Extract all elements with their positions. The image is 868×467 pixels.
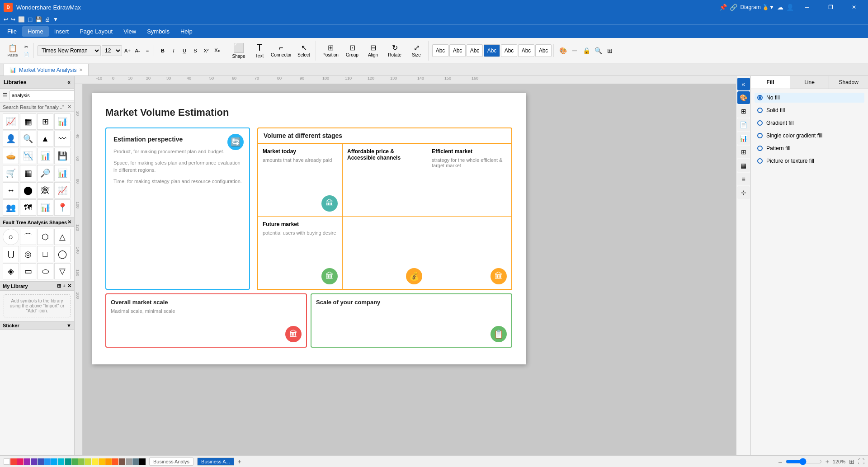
shape-bar2[interactable]: ▦ [20, 165, 36, 181]
shape-chart3[interactable]: 📊 [37, 199, 53, 216]
undo-button[interactable]: ↩ [4, 16, 8, 23]
shape-user-flow[interactable]: 👥 [3, 199, 19, 216]
shadow-tab[interactable]: Shadow [829, 76, 868, 89]
layers-button[interactable]: ⊞ [737, 105, 750, 118]
group-button[interactable]: ⊡ Group [342, 41, 362, 61]
search-button[interactable]: 🔍 [593, 45, 604, 56]
redo-button[interactable]: ↪ [11, 16, 15, 23]
color-blue-grey[interactable] [132, 458, 139, 465]
font-name-select[interactable]: Times New Roman [38, 45, 101, 56]
fill-tab[interactable]: Fill [751, 76, 790, 89]
connector-button[interactable]: ⌐ Connector [269, 41, 293, 61]
fault-tree-close[interactable]: ✕ [67, 219, 71, 225]
fault-tree-header[interactable]: Fault Tree Analysis Shapes ✕ [0, 217, 74, 227]
superscript-button[interactable]: X² [201, 46, 211, 56]
shape-pie[interactable]: 🥧 [3, 148, 19, 164]
menu-help[interactable]: Help [175, 26, 198, 37]
style-abc-7[interactable]: Abc [535, 44, 552, 57]
qat-more-button[interactable]: ▼ [53, 16, 58, 23]
canvas[interactable]: Market Volume Estimation Estimation pers… [83, 84, 736, 455]
zoom-slider[interactable] [786, 458, 822, 465]
open-button[interactable]: ◫ [28, 16, 33, 23]
shape-search2[interactable]: 🔎 [37, 165, 53, 181]
color-indigo[interactable] [38, 458, 44, 465]
ft-circle[interactable]: ○ [3, 229, 19, 245]
color-red[interactable] [10, 458, 17, 465]
fill-solid[interactable]: Solid fill [755, 105, 864, 115]
add-sheet-button[interactable]: + [238, 458, 241, 465]
shape-map[interactable]: 🗺 [20, 199, 36, 216]
ft-oval-top[interactable]: ⌒ [20, 229, 36, 245]
color-white[interactable] [4, 458, 10, 465]
color-cyan[interactable] [58, 458, 64, 465]
share-icon[interactable]: 🔗 [730, 4, 737, 11]
cut-button[interactable]: ✂ [21, 43, 32, 50]
color-pink[interactable] [17, 458, 24, 465]
fill-panel-button[interactable]: 🎨 [737, 91, 750, 104]
ft-rounded-rect[interactable]: ▭ [20, 263, 36, 279]
shape-bar-chart[interactable]: 📊 [37, 148, 53, 164]
diagram-tab[interactable]: 📊 Market Volume Analysis ✕ [4, 64, 89, 75]
color-grey[interactable] [126, 458, 132, 465]
my-library-new[interactable]: ⊞ [57, 283, 61, 289]
ft-triangle[interactable]: △ [54, 229, 71, 245]
menu-insert[interactable]: Insert [49, 26, 75, 37]
search-input[interactable] [9, 90, 75, 100]
my-library-header[interactable]: My Library ⊞ + ✕ [0, 281, 74, 291]
new-button[interactable]: ⬜ [18, 16, 25, 23]
shape-area-chart[interactable]: 📉 [20, 148, 36, 164]
shape-network[interactable]: 🕸 [37, 182, 53, 198]
style-abc-6[interactable]: Abc [518, 44, 534, 57]
shape-location[interactable]: 📍 [54, 199, 71, 216]
my-library-add[interactable]: + [63, 283, 66, 289]
lock-button[interactable]: 🔒 [581, 45, 592, 56]
my-library-close[interactable]: ✕ [67, 283, 71, 289]
ft-diamond-round[interactable]: ◎ [20, 246, 36, 262]
pin-icon[interactable]: 📌 [719, 4, 727, 11]
color-orange[interactable] [105, 458, 112, 465]
menu-page-layout[interactable]: Page Layout [74, 26, 118, 37]
style-abc-3[interactable]: Abc [467, 44, 483, 57]
shape-wave[interactable]: 〰 [54, 131, 71, 147]
subscript-button[interactable]: X₂ [212, 46, 222, 56]
menu-home[interactable]: Home [22, 26, 49, 37]
shape-line-chart[interactable]: 📈 [3, 113, 19, 130]
color-amber[interactable] [99, 458, 105, 465]
color-yellow[interactable] [92, 458, 98, 465]
fit-button[interactable]: ⊞ [849, 458, 854, 465]
ft-square[interactable]: □ [37, 246, 53, 262]
fill-gradient[interactable]: Gradient fill [755, 118, 864, 128]
shape-cart[interactable]: 🛒 [3, 165, 19, 181]
save-button[interactable]: 💾 [35, 16, 42, 23]
shape-data[interactable]: 💾 [54, 148, 71, 164]
style-abc-2[interactable]: Abc [449, 44, 466, 57]
color-light-blue[interactable] [51, 458, 57, 465]
shape-grid[interactable]: ⊞ [37, 113, 53, 130]
clear-format-button[interactable]: ≡ [143, 46, 152, 55]
ft-hexagon[interactable]: ⬡ [37, 229, 53, 245]
rotate-button[interactable]: ↻ Rotate [384, 41, 406, 61]
style-abc-5[interactable]: Abc [501, 44, 517, 57]
layout-button[interactable]: ▦ [737, 159, 750, 172]
shape-person[interactable]: 👤 [3, 131, 19, 147]
line-tab[interactable]: Line [790, 76, 830, 89]
ft-arch[interactable]: ⋃ [3, 246, 19, 262]
sticker-collapse[interactable]: ▼ [66, 323, 71, 328]
align-button[interactable]: ⊟ Align [363, 41, 383, 61]
menu-symbols[interactable]: Symbols [142, 26, 175, 37]
ft-ellipse[interactable]: ⬭ [37, 263, 53, 279]
fill-color-button[interactable]: 🎨 [557, 45, 568, 56]
shape-report[interactable]: 📊 [54, 113, 71, 130]
color-black[interactable] [139, 458, 146, 465]
minimize-button[interactable]: ─ [797, 0, 817, 14]
format-panel-button[interactable]: ⊞ [604, 45, 615, 56]
fill-picture[interactable]: Picture or texture fill [755, 156, 864, 166]
color-lime[interactable] [85, 458, 91, 465]
restore-button[interactable]: ❐ [820, 0, 841, 14]
font-size-select[interactable]: 12 [102, 45, 122, 56]
shape-magnify[interactable]: 🔍 [20, 131, 36, 147]
copy-button[interactable]: 📄 [21, 51, 32, 58]
color-brown[interactable] [119, 458, 125, 465]
color-green[interactable] [71, 458, 78, 465]
ft-triangle2[interactable]: ▽ [54, 263, 71, 279]
